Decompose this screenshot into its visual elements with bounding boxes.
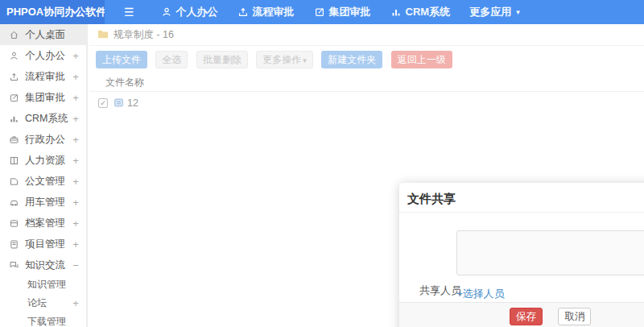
new-folder-button[interactable]: 新建文件夹 — [321, 51, 382, 68]
expand-plus-icon[interactable]: + — [72, 113, 80, 125]
app-logo: PHPOA协同办公软件 — [0, 0, 105, 24]
caret-down-icon: ▾ — [303, 56, 307, 64]
modal-body: 共享人员 +选择人员 — [399, 213, 644, 301]
sidebar-subitem-download-mgmt[interactable]: 下载管理 — [0, 313, 86, 327]
save-button[interactable]: 保存 — [510, 308, 543, 325]
topnav-more-apps[interactable]: 更多应用 ▾ — [469, 5, 520, 19]
row-checkbox[interactable]: ✓ — [98, 98, 108, 108]
sidebar-item-crm[interactable]: CRM系统 + — [0, 108, 86, 129]
go-back-button[interactable]: 返回上一级 — [391, 51, 452, 68]
home-icon — [8, 30, 19, 40]
chart-icon — [390, 6, 402, 18]
collapse-minus-icon[interactable]: − — [72, 259, 80, 271]
modal-footer: 保存 取消 — [399, 302, 644, 327]
approval-icon — [314, 6, 325, 18]
sidebar-item-document-mgmt[interactable]: 公文管理 + — [0, 171, 86, 192]
batch-delete-button[interactable]: 批量删除 — [196, 51, 248, 68]
expand-plus-icon[interactable]: + — [72, 238, 80, 250]
sidebar-item-project-mgmt[interactable]: 项目管理 + — [0, 234, 86, 255]
more-actions-button[interactable]: 更多操作▾ — [256, 51, 313, 68]
expand-plus-icon[interactable]: + — [72, 92, 80, 104]
project-icon — [8, 239, 19, 250]
topnav-label: 个人办公 — [176, 5, 218, 19]
top-nav: 个人办公 流程审批 集团审批 CRM系统 更多应用 ▾ — [142, 5, 520, 19]
expand-plus-icon[interactable]: + — [72, 197, 80, 209]
topnav-workflow-approval[interactable]: 流程审批 — [237, 5, 295, 19]
user-icon — [161, 6, 172, 18]
share-people-textarea[interactable] — [456, 230, 644, 275]
expand-plus-icon[interactable]: + — [72, 50, 80, 62]
cancel-button[interactable]: 取消 — [558, 308, 591, 325]
expand-plus-icon[interactable]: + — [72, 176, 80, 188]
topnav-label: 集团审批 — [329, 5, 371, 19]
topnav-label: 更多应用 — [469, 5, 511, 19]
sidebar-item-personal-desktop[interactable]: 个人桌面 — [0, 24, 86, 45]
file-share-modal: 文件共享 共享人员 +选择人员 保存 取消 — [399, 183, 644, 327]
toolbar: 上传文件 全选 批量删除 更多操作▾ 新建文件夹 返回上一级 — [89, 46, 644, 73]
workflow-icon — [237, 6, 249, 18]
sidebar-item-hr[interactable]: 人力资源 + — [0, 150, 86, 171]
sidebar-item-knowledge-exchange[interactable]: 知识交流 − — [0, 255, 86, 275]
document-icon — [8, 176, 19, 187]
topnav-label: 流程审批 — [253, 5, 295, 19]
sidebar-item-workflow-approval[interactable]: 流程审批 + — [0, 66, 86, 87]
caret-down-icon: ▾ — [516, 8, 520, 16]
approval-icon — [8, 93, 19, 103]
select-all-button[interactable]: 全选 — [155, 51, 188, 68]
upload-file-button[interactable]: 上传文件 — [96, 51, 147, 68]
chat-icon — [8, 260, 19, 271]
workflow-icon — [8, 72, 19, 82]
breadcrumb-label: 规章制度 - 16 — [114, 28, 174, 42]
car-icon — [8, 197, 19, 208]
hamburger-menu-icon[interactable]: ☰ — [124, 6, 134, 19]
topnav-group-approval[interactable]: 集团审批 — [314, 5, 371, 19]
file-table-row: ✓ 12 — [89, 92, 644, 114]
sidebar-item-group-approval[interactable]: 集团审批 + — [0, 87, 86, 108]
topnav-label: CRM系统 — [406, 5, 451, 19]
file-name-column-header: 文件名称 — [89, 73, 644, 92]
topnav-personal-office[interactable]: 个人办公 — [161, 5, 218, 19]
top-bar: PHPOA协同办公软件 ☰ 个人办公 流程审批 集团审批 CRM系统 — [0, 0, 644, 24]
modal-title: 文件共享 — [399, 183, 644, 213]
sidebar-item-personal-office[interactable]: 个人办公 + — [0, 45, 86, 66]
user-icon — [8, 51, 19, 61]
archive-icon — [8, 218, 19, 229]
briefcase-icon — [8, 135, 19, 145]
chart-icon — [8, 114, 19, 124]
sidebar-item-admin-office[interactable]: 行政办公 + — [0, 129, 86, 150]
folder-icon — [97, 29, 109, 41]
file-icon — [114, 97, 124, 108]
sidebar-subitem-knowledge-mgmt[interactable]: 知识管理 — [0, 275, 86, 294]
book-icon — [8, 155, 19, 166]
expand-plus-icon[interactable]: + — [72, 297, 80, 309]
expand-plus-icon[interactable]: + — [72, 71, 80, 83]
breadcrumb: 规章制度 - 16 — [89, 24, 644, 46]
share-people-label: 共享人员 — [419, 284, 461, 298]
expand-plus-icon[interactable]: + — [72, 155, 80, 167]
topnav-crm[interactable]: CRM系统 — [390, 5, 451, 19]
expand-plus-icon[interactable]: + — [72, 134, 80, 146]
file-name[interactable]: 12 — [127, 97, 138, 109]
sidebar: 个人桌面 个人办公 + 流程审批 + 集团审批 + CRM系统 + 行政办公 + — [0, 24, 88, 327]
sidebar-item-archive-mgmt[interactable]: 档案管理 + — [0, 213, 86, 234]
sidebar-item-vehicle-mgmt[interactable]: 用车管理 + — [0, 192, 86, 213]
expand-plus-icon[interactable]: + — [72, 217, 80, 230]
sidebar-subitem-forum[interactable]: 论坛 + — [0, 294, 86, 313]
select-people-link[interactable]: +选择人员 — [456, 287, 505, 301]
